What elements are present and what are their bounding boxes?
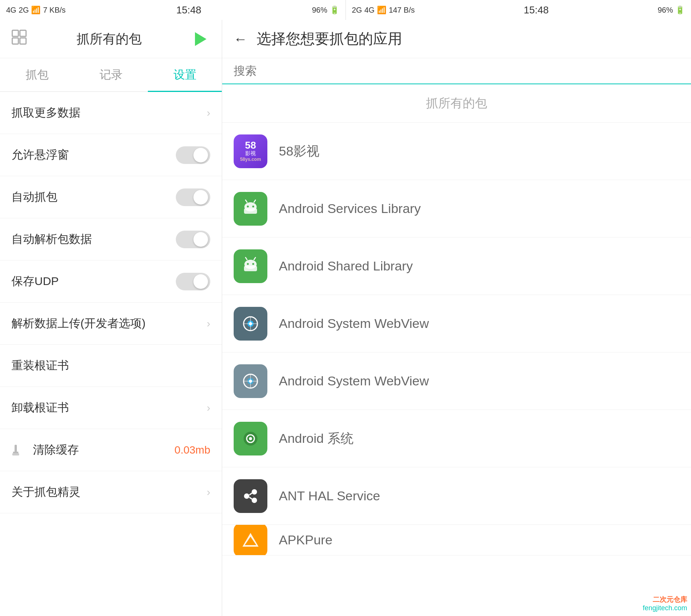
settings-item-upload-analysis[interactable]: 解析数据上传(开发者选项) › xyxy=(0,303,222,345)
svg-line-35 xyxy=(249,493,252,495)
settings-item-auto-capture[interactable]: 自动抓包 xyxy=(0,176,222,218)
app-name-android-shared: Android Shared Library xyxy=(279,259,413,274)
app-logo-icon xyxy=(11,29,27,48)
svg-point-14 xyxy=(247,263,249,265)
status-bar-left: 4G 2G 📶 7 KB/s 15:48 96% 🔋 xyxy=(0,0,346,20)
app-item-android-shared[interactable]: Android Shared Library xyxy=(222,238,691,295)
app-icon-webview2 xyxy=(234,364,267,398)
catch-all-item[interactable]: 抓所有的包 xyxy=(222,84,691,123)
app-icon-android-services xyxy=(234,192,267,226)
back-button[interactable]: ← xyxy=(234,31,247,47)
right-battery-icons: 96% 🔋 xyxy=(658,5,685,15)
settings-list: 抓取更多数据 › 允许悬浮窗 自动抓包 自动解析包数据 保存UDP 解析数据上传… xyxy=(0,92,222,616)
tab-settings[interactable]: 设置 xyxy=(148,58,222,91)
app-icon-apkpure xyxy=(234,525,267,555)
wifi-icon: 📶 xyxy=(31,5,41,15)
settings-item-auto-parse[interactable]: 自动解析包数据 xyxy=(0,218,222,260)
svg-point-9 xyxy=(252,205,254,207)
svg-rect-2 xyxy=(12,38,18,44)
app-item-ant-hal[interactable]: ANT HAL Service xyxy=(222,467,691,525)
signal-2g-icon: 2G xyxy=(19,6,29,15)
floating-window-toggle[interactable] xyxy=(176,146,210,164)
svg-rect-6 xyxy=(12,453,19,455)
status-bar: 4G 2G 📶 7 KB/s 15:48 96% 🔋 2G 4G 📶 147 B… xyxy=(0,0,691,20)
svg-point-33 xyxy=(252,489,257,495)
settings-item-clear-cache[interactable]: 清除缓存 0.03mb xyxy=(0,429,222,471)
speed-text: 7 KB/s xyxy=(43,6,65,15)
svg-rect-5 xyxy=(13,452,18,453)
svg-rect-3 xyxy=(20,38,26,44)
wifi-right-icon: 📶 xyxy=(377,5,386,15)
battery-icon-left: 🔋 xyxy=(330,5,339,15)
play-button[interactable] xyxy=(191,29,210,49)
svg-rect-1 xyxy=(20,30,26,36)
auto-capture-toggle[interactable] xyxy=(176,188,210,206)
left-signal-icons: 4G 2G 📶 7 KB/s xyxy=(6,5,65,15)
search-input[interactable] xyxy=(234,64,680,77)
app-item-android-services[interactable]: Android Services Library xyxy=(222,180,691,238)
watermark-line1: 二次元仓库 xyxy=(643,595,687,604)
signal-4g-icon: 4G xyxy=(6,6,16,15)
app-name-webview1: Android System WebView xyxy=(279,316,429,331)
app-list: 抓所有的包 58 影视 58ys.com 58影视 xyxy=(222,84,691,616)
app-item-webview2[interactable]: Android System WebView xyxy=(222,352,691,410)
right-header-title: 选择您想要抓包的应用 xyxy=(257,29,402,49)
app-item-apkpure[interactable]: APKPure xyxy=(222,525,691,555)
app-item-webview1[interactable]: Android System WebView xyxy=(222,295,691,352)
chevron-right-icon-3: › xyxy=(207,402,210,414)
settings-item-uninstall-cert[interactable]: 卸载根证书 › xyxy=(0,387,222,429)
settings-item-extract-more[interactable]: 抓取更多数据 › xyxy=(0,92,222,134)
settings-item-floating-window[interactable]: 允许悬浮窗 xyxy=(0,134,222,176)
chevron-right-icon-2: › xyxy=(207,318,210,330)
left-panel: 抓所有的包 抓包 记录 设置 抓取更多数据 › 允许悬浮窗 xyxy=(0,20,222,616)
left-header: 抓所有的包 xyxy=(0,20,222,58)
tab-bar: 抓包 记录 设置 xyxy=(0,58,222,92)
left-battery-icons: 96% 🔋 xyxy=(312,5,339,15)
settings-item-about[interactable]: 关于抓包精灵 › xyxy=(0,471,222,513)
speed-right-text: 147 B/s xyxy=(389,6,415,15)
svg-line-12 xyxy=(254,200,255,202)
save-udp-toggle[interactable] xyxy=(176,273,210,290)
main-content: 抓所有的包 抓包 记录 设置 抓取更多数据 › 允许悬浮窗 xyxy=(0,20,691,616)
right-header: ← 选择您想要抓包的应用 xyxy=(222,20,691,58)
svg-point-15 xyxy=(252,263,254,265)
app-name-58: 58影视 xyxy=(279,143,319,160)
tab-capture[interactable]: 抓包 xyxy=(0,58,74,91)
right-signal-icons: 2G 4G 📶 147 B/s xyxy=(352,5,415,15)
svg-rect-0 xyxy=(12,30,18,36)
app-item-58[interactable]: 58 影视 58ys.com 58影视 xyxy=(222,123,691,180)
svg-line-36 xyxy=(249,497,252,499)
svg-line-18 xyxy=(254,257,255,260)
status-bar-right: 2G 4G 📶 147 B/s 15:48 96% 🔋 xyxy=(346,0,691,20)
battery-percent-left: 96% xyxy=(312,6,327,15)
signal-2g-right-icon: 2G xyxy=(352,6,362,15)
svg-rect-16 xyxy=(244,266,257,271)
settings-item-save-udp[interactable]: 保存UDP xyxy=(0,260,222,303)
app-icon-ant-hal xyxy=(234,479,267,513)
svg-point-8 xyxy=(247,205,249,207)
signal-4g-right-icon: 4G xyxy=(364,6,375,15)
chevron-right-icon-4: › xyxy=(207,486,210,498)
watermark-line2: fengjitech.com xyxy=(643,604,687,612)
app-icon-webview1 xyxy=(234,307,267,341)
left-time: 15:48 xyxy=(176,4,201,16)
svg-point-32 xyxy=(244,493,249,499)
tab-record[interactable]: 记录 xyxy=(74,58,148,91)
app-name-ant-hal: ANT HAL Service xyxy=(279,488,380,503)
battery-icon-right: 🔋 xyxy=(675,5,685,15)
watermark: 二次元仓库 fengjitech.com xyxy=(643,595,687,612)
settings-item-reinstall-cert[interactable]: 重装根证书 xyxy=(0,345,222,387)
clear-cache-left: 清除缓存 xyxy=(11,442,79,458)
app-icon-58: 58 影视 58ys.com xyxy=(234,134,267,168)
svg-point-34 xyxy=(252,498,257,503)
auto-parse-toggle[interactable] xyxy=(176,231,210,248)
app-item-android-system[interactable]: Android 系统 xyxy=(222,410,691,467)
app-name-android-services: Android Services Library xyxy=(279,201,421,216)
svg-line-11 xyxy=(246,200,247,202)
app-name-android-system: Android 系统 xyxy=(279,430,354,447)
svg-rect-4 xyxy=(15,445,17,452)
svg-point-31 xyxy=(249,437,252,440)
chevron-right-icon: › xyxy=(207,107,210,119)
search-bar xyxy=(222,58,691,84)
right-panel: ← 选择您想要抓包的应用 抓所有的包 58 影视 58ys.com 58影视 xyxy=(222,20,691,616)
